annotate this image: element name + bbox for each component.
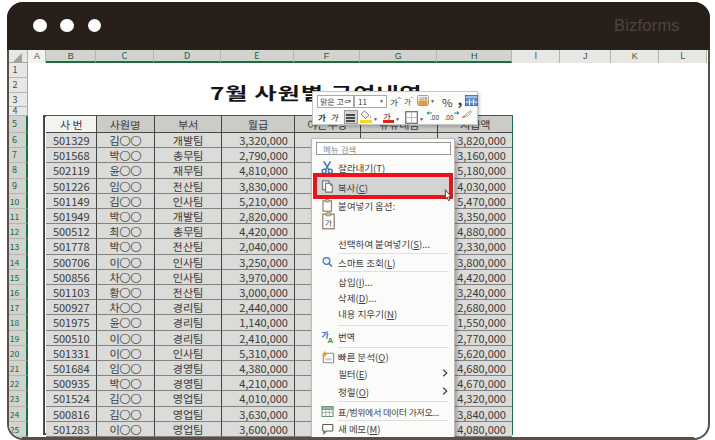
svg-text:A: A: [328, 334, 334, 344]
svg-text:가: 가: [325, 217, 332, 228]
svg-text:.00: .00: [445, 112, 454, 122]
svg-text:123: 123: [419, 95, 427, 101]
